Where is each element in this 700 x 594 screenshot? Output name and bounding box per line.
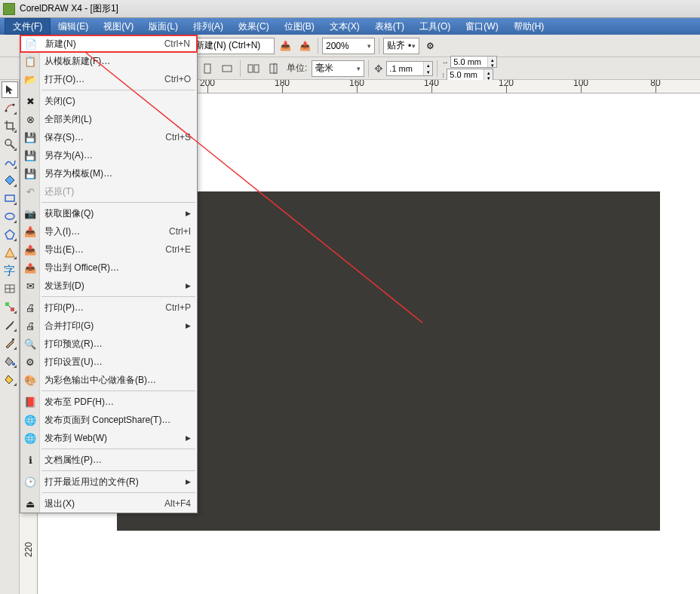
- menu-shortcut: Alt+F4: [164, 498, 191, 509]
- file-menu-item[interactable]: 🖨合并打印(G)▶: [20, 317, 197, 335]
- file-menu-item[interactable]: 🖨打印(P)…Ctrl+P: [20, 299, 197, 317]
- options-button[interactable]: ⚙: [421, 37, 439, 55]
- acquire-icon: 📷: [23, 207, 37, 220]
- menu-bitmaps[interactable]: 位图(B): [277, 18, 322, 35]
- menu-item-label: 全部关闭(L): [45, 113, 92, 126]
- title-bar: CorelDRAW X4 - [图形1]: [0, 0, 700, 18]
- menu-effects[interactable]: 效果(C): [231, 18, 277, 35]
- svg-rect-3: [254, 65, 259, 72]
- file-menu-item[interactable]: 📤导出(E)…Ctrl+E: [20, 240, 197, 259]
- menu-arrange[interactable]: 排列(A): [186, 18, 231, 35]
- file-menu-dropdown: 📄新建(N)Ctrl+N📋从模板新建(F)…📂打开(O)…Ctrl+O✖关闭(C…: [20, 35, 198, 513]
- menu-item-label: 还原(T): [45, 185, 74, 198]
- file-menu-item[interactable]: 💾另存为(A)…: [20, 146, 197, 164]
- new-hint-box[interactable]: 新建(N) (Ctrl+N): [192, 38, 275, 54]
- separator: [379, 38, 379, 54]
- file-menu-item[interactable]: 📷获取图像(Q)▶: [20, 204, 197, 222]
- pick-tool[interactable]: [2, 81, 18, 98]
- file-menu-item[interactable]: 💾保存(S)…Ctrl+S: [20, 128, 197, 146]
- menu-file[interactable]: 文件(F): [5, 18, 51, 35]
- interactive-tool[interactable]: [2, 299, 18, 315]
- menu-item-label: 获取图像(Q): [45, 207, 94, 220]
- file-menu-item[interactable]: ⊗全部关闭(L): [20, 110, 197, 128]
- file-menu-item[interactable]: 📥导入(I)…Ctrl+I: [20, 222, 197, 240]
- zoom-combo[interactable]: 200%▾: [322, 38, 375, 54]
- menu-view[interactable]: 视图(V): [96, 18, 141, 35]
- export-button[interactable]: 📤: [296, 37, 314, 55]
- menu-edit[interactable]: 编辑(E): [51, 18, 96, 35]
- file-menu-item[interactable]: ✖关闭(C): [20, 92, 197, 110]
- file-menu-item[interactable]: 📕发布至 PDF(H)…: [20, 393, 197, 411]
- outline-tool[interactable]: [2, 335, 18, 351]
- unit-combo[interactable]: 毫米▾: [312, 60, 364, 77]
- file-menu-item[interactable]: 🌐发布到 Web(W)▶: [20, 429, 197, 447]
- file-menu-item[interactable]: 💾另存为模板(M)…: [20, 164, 197, 182]
- separator: [368, 60, 369, 77]
- file-menu-item[interactable]: ℹ文档属性(P)…: [20, 451, 197, 469]
- svg-rect-16: [5, 302, 9, 306]
- unit-label: 单位:: [284, 62, 310, 75]
- svg-rect-5: [274, 64, 277, 73]
- menu-separator: [41, 390, 195, 391]
- menu-shortcut: Ctrl+E: [165, 244, 191, 255]
- menu-item-label: 打开(O)…: [45, 73, 84, 86]
- text-tool[interactable]: 字: [2, 262, 18, 279]
- dup-y-input[interactable]: ▴▾: [447, 69, 493, 81]
- file-menu-item[interactable]: ✉发送到(D)▶: [20, 277, 197, 295]
- portrait-button[interactable]: [198, 60, 216, 78]
- table-tool[interactable]: [2, 280, 18, 297]
- file-menu-item[interactable]: ⚙打印设置(U)…: [20, 353, 197, 371]
- interactive-fill-tool[interactable]: [2, 371, 18, 387]
- freehand-tool[interactable]: [2, 154, 18, 170]
- zoom-tool[interactable]: [2, 136, 18, 152]
- file-menu-item[interactable]: ⏏退出(X)Alt+F4: [20, 494, 197, 513]
- pubpdf-icon: 📕: [23, 395, 37, 409]
- menu-item-label: 导出到 Office(R)…: [45, 262, 119, 274]
- app-title: CorelDRAW X4 - [图形1]: [20, 2, 118, 15]
- menu-window[interactable]: 窗口(W): [458, 18, 505, 35]
- svg-rect-2: [248, 65, 253, 72]
- rectangle-tool[interactable]: [2, 190, 18, 207]
- svg-rect-1: [223, 66, 232, 72]
- file-menu-item[interactable]: 📄新建(N)Ctrl+N: [20, 35, 198, 53]
- pubweb-icon: 🌐: [23, 431, 37, 445]
- exportoffice-icon: 📤: [23, 261, 37, 274]
- crop-tool[interactable]: [2, 118, 18, 134]
- menu-item-label: 关闭(C): [45, 95, 75, 108]
- menu-shortcut: Ctrl+N: [164, 38, 190, 49]
- submenu-arrow-icon: ▶: [186, 478, 191, 485]
- basic-shapes-tool[interactable]: [2, 244, 18, 261]
- menu-text[interactable]: 文本(X): [322, 18, 367, 35]
- eyedropper-tool[interactable]: [2, 317, 18, 333]
- export-icon: 📤: [23, 243, 37, 256]
- menu-table[interactable]: 表格(T): [367, 18, 412, 35]
- landscape-button[interactable]: [218, 60, 236, 78]
- fill-tool[interactable]: [2, 353, 18, 369]
- nudge-input[interactable]: ▴▾: [386, 61, 433, 76]
- menu-layout[interactable]: 版面(L): [141, 18, 186, 35]
- file-menu-item[interactable]: 🌐发布页面到 ConceptShare(T)…: [20, 411, 197, 429]
- menu-help[interactable]: 帮助(H): [506, 18, 552, 35]
- menu-item-label: 文档属性(P)…: [45, 454, 102, 467]
- page-single-button[interactable]: [264, 60, 282, 78]
- page-all-button[interactable]: [244, 60, 262, 78]
- import-button[interactable]: 📥: [276, 37, 294, 55]
- file-menu-item[interactable]: 📤导出到 Office(R)…: [20, 259, 197, 277]
- smart-fill-tool[interactable]: [2, 172, 18, 188]
- dup-x-input[interactable]: ▴▾: [450, 56, 497, 68]
- menu-item-label: 另存为(A)…: [45, 149, 93, 162]
- file-menu-item[interactable]: 🕑打开最近用过的文件(R)▶: [20, 473, 197, 491]
- colorprep-icon: 🎨: [23, 373, 37, 387]
- menu-shortcut: Ctrl+O: [164, 74, 191, 84]
- ellipse-tool[interactable]: [2, 208, 18, 225]
- open-icon: 📂: [23, 72, 37, 86]
- polygon-tool[interactable]: [2, 226, 18, 243]
- file-menu-item[interactable]: 📂打开(O)…Ctrl+O: [20, 70, 197, 88]
- snap-combo[interactable]: 贴齐 •▾: [383, 38, 419, 54]
- menu-tools[interactable]: 工具(O): [412, 18, 458, 35]
- shape-tool[interactable]: [2, 100, 18, 116]
- submenu-arrow-icon: ▶: [186, 434, 191, 442]
- file-menu-item[interactable]: 🔍打印预览(R)…: [20, 335, 197, 353]
- file-menu-item[interactable]: 🎨为彩色输出中心做准备(B)…: [20, 371, 197, 389]
- file-menu-item[interactable]: 📋从模板新建(F)…: [20, 52, 197, 70]
